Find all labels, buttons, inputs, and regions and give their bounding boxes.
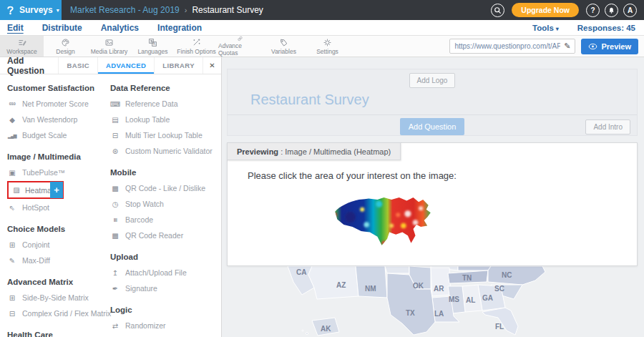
- tool-languages[interactable]: A Languages: [131, 36, 175, 57]
- question-type-signature[interactable]: ✒ Signature: [110, 280, 221, 296]
- product-menu[interactable]: Surveys ▾: [0, 0, 62, 20]
- us-map-background: CA AZ NM OK AR TX LA MS AL GA SC NC TN F…: [222, 266, 594, 337]
- add-heatmap-plus-button[interactable]: +: [50, 182, 63, 198]
- question-type-attach-upload[interactable]: ↥ Attach/Upload File: [110, 265, 221, 280]
- add-intro-button[interactable]: Add Intro: [585, 119, 630, 135]
- state-label: TN: [462, 274, 472, 282]
- tool-workspace[interactable]: Workspace: [0, 36, 44, 57]
- state-label: MS: [449, 296, 459, 303]
- bell-icon: [608, 6, 615, 14]
- search-button[interactable]: [491, 4, 504, 17]
- tab-basic[interactable]: BASIC: [58, 57, 97, 74]
- question-type-label: QR Code - Like / Dislike: [125, 184, 205, 192]
- question-type-van-westendorp[interactable]: ◆ Van Westendorp: [7, 112, 100, 127]
- question-type-qr-like-dislike[interactable]: ▩ QR Code - Like / Dislike: [110, 180, 221, 196]
- stopwatch-icon: ◷: [110, 200, 120, 208]
- question-type-reference-data[interactable]: ⌨ Reference Data: [110, 96, 221, 112]
- question-type-label: HotSpot: [22, 203, 49, 212]
- question-type-budget-scale[interactable]: ▂▄▆ Budget Scale: [7, 127, 100, 143]
- tool-advance-quotas[interactable]: Advance Quotas: [218, 36, 262, 57]
- survey-header-card: Add Logo Restaurant Survey Add Question …: [227, 69, 638, 136]
- nav-analytics[interactable]: Analytics: [101, 23, 139, 33]
- question-type-randomizer[interactable]: ⇄ Randomizer: [110, 318, 221, 333]
- heatmap-question-text: Please click the area of your interest o…: [248, 170, 637, 181]
- preview-button[interactable]: Preview: [581, 39, 638, 54]
- question-type-conjoint[interactable]: ⊞ Conjoint: [7, 237, 100, 253]
- question-type-custom-logic[interactable]: ⚑ Custom Logic Engine: [110, 333, 221, 337]
- tool-finish-options[interactable]: Finish Options: [175, 36, 218, 57]
- previewing-label: Previewing: [237, 147, 278, 156]
- questionpro-survey-editor: Surveys ▾ Market Research - Aug 2019 › R…: [0, 0, 644, 337]
- question-type-net-promoter-score[interactable]: 010 Net Promoter Score: [7, 96, 100, 112]
- question-type-heatmap-highlighted[interactable]: ▨ Heatmap +: [7, 181, 64, 199]
- add-question-button[interactable]: Add Question: [400, 118, 465, 135]
- bar-scale-icon: ▂▄▆: [7, 133, 17, 138]
- question-type-lookup-table[interactable]: ▤ Lookup Table: [110, 112, 221, 127]
- state-label: NC: [502, 271, 512, 279]
- grid-icon: ⊞: [7, 241, 17, 249]
- heatmap-us-image[interactable]: [326, 193, 437, 256]
- add-logo-button[interactable]: Add Logo: [409, 73, 456, 88]
- notifications-button[interactable]: [605, 4, 618, 17]
- nps-scale-icon: 010: [7, 102, 17, 106]
- question-type-label: Attach/Upload File: [125, 268, 187, 277]
- upgrade-now-button[interactable]: Upgrade Now: [512, 3, 579, 17]
- question-type-max-diff[interactable]: ✎ Max-Diff: [7, 253, 100, 268]
- question-type-side-by-side-matrix[interactable]: ⊞ Side-By-Side Matrix: [7, 290, 100, 306]
- question-type-barcode[interactable]: |||| Barcode: [110, 212, 221, 228]
- breadcrumb-parent-link[interactable]: Market Research - Aug 2019: [70, 5, 180, 15]
- magic-wand-icon: [192, 38, 201, 47]
- question-type-stop-watch[interactable]: ◷ Stop Watch: [110, 196, 221, 212]
- edit-pencil-icon[interactable]: ✎: [564, 41, 570, 51]
- tools-menu[interactable]: Tools▾: [532, 24, 559, 32]
- share-url-field[interactable]: https://www.questionpro.com/t/APNrFZ ✎: [449, 39, 575, 54]
- question-type-numeric-validator[interactable]: ⊛ Custom Numeric Validator: [110, 143, 221, 159]
- tool-variables[interactable]: Variables: [262, 36, 306, 57]
- help-button[interactable]: ?: [586, 4, 600, 17]
- section-header: Mobile: [110, 168, 221, 177]
- question-type-label: Max-Diff: [22, 256, 50, 265]
- nav-integration[interactable]: Integration: [157, 23, 202, 33]
- question-type-complex-grid[interactable]: ⊟ Complex Grid / Flex Matrix: [7, 306, 100, 321]
- upload-icon: ↥: [110, 269, 120, 277]
- nav-distribute[interactable]: Distribute: [42, 23, 82, 33]
- complex-grid-icon: ⊟: [7, 310, 17, 318]
- question-type-label: Multi Tier Lookup Table: [125, 131, 203, 140]
- tool-settings[interactable]: Settings: [306, 36, 349, 57]
- question-type-label: Stop Watch: [125, 200, 164, 208]
- tab-advanced[interactable]: ADVANCED: [97, 57, 154, 74]
- state-label: SC: [494, 285, 504, 293]
- heatmap-image-icon: ▨: [11, 186, 21, 194]
- search-icon: [494, 6, 502, 14]
- state-label: AL: [466, 296, 475, 304]
- question-type-label: Lookup Table: [125, 115, 170, 124]
- survey-title[interactable]: Restaurant Survey: [250, 92, 637, 108]
- question-type-qr-reader[interactable]: ▩ QR Code Reader: [110, 228, 221, 243]
- question-type-label: Barcode: [125, 215, 153, 224]
- question-type-label: QR Code Reader: [125, 231, 183, 240]
- state-label: OK: [413, 282, 424, 290]
- question-type-tubepulse[interactable]: ▣ TubePulse™: [7, 165, 100, 180]
- tool-media-library[interactable]: Media Library: [87, 36, 131, 57]
- product-menu-label: Surveys: [19, 5, 53, 15]
- section-header: Upload: [110, 253, 221, 261]
- section-header: Image / Multimedia: [7, 152, 100, 161]
- question-type-multi-tier-lookup[interactable]: ⊟ Multi Tier Lookup Table: [110, 127, 221, 143]
- chevron-down-icon: ▾: [556, 26, 559, 32]
- responses-count[interactable]: Responses: 45: [577, 24, 635, 32]
- question-type-label: Net Promoter Score: [22, 99, 89, 108]
- question-type-label: Budget Scale: [22, 131, 67, 140]
- question-type-label: TubePulse™: [22, 168, 65, 177]
- image-icon: [104, 38, 114, 47]
- tool-design[interactable]: Design: [44, 36, 87, 57]
- question-type-hotspot[interactable]: ⇖ HotSpot: [7, 200, 100, 215]
- question-type-label: Custom Numeric Validator: [125, 147, 213, 155]
- state-label: AK: [321, 325, 331, 333]
- avatar[interactable]: A: [623, 4, 637, 17]
- video-icon: ▣: [7, 169, 17, 177]
- question-preview-card: Previewing : Image / Multimedia (Heatmap…: [227, 142, 638, 266]
- state-label: TX: [406, 309, 415, 317]
- close-icon[interactable]: ✕: [203, 57, 221, 74]
- nav-edit[interactable]: Edit: [7, 23, 24, 33]
- tab-library[interactable]: LIBRARY: [154, 57, 203, 74]
